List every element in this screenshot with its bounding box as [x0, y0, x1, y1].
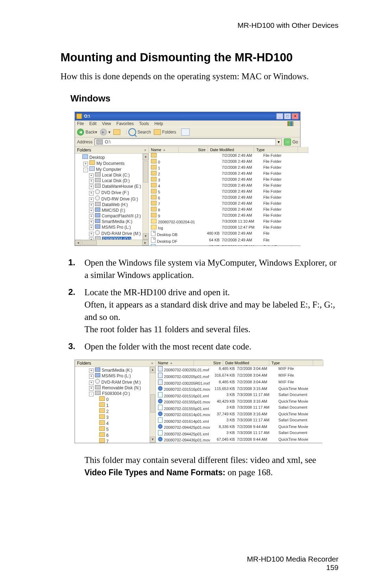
- tree-item[interactable]: 2: [76, 408, 148, 414]
- col-date[interactable]: Date Modified: [223, 360, 269, 366]
- menu-view[interactable]: View: [102, 121, 111, 126]
- file-row[interactable]: 37/2/2008 2:49 AMFile Folder: [149, 177, 308, 183]
- file-row[interactable]: 17/2/2008 2:49 AMFile Folder: [149, 165, 308, 171]
- tree-item[interactable]: 3: [76, 414, 148, 420]
- col-type[interactable]: Type: [269, 360, 313, 366]
- tree-item[interactable]: +MMC/SD (I:): [76, 208, 141, 213]
- menu-help[interactable]: Help: [154, 121, 163, 126]
- tree-item[interactable]: 4: [76, 420, 148, 426]
- views-button[interactable]: [181, 129, 190, 136]
- tree-scrollbar[interactable]: ▲ ▼: [142, 154, 148, 240]
- tree-item[interactable]: +MS/MS Pro (L:): [76, 373, 148, 379]
- menu-tools[interactable]: Tools: [139, 121, 149, 126]
- menu-bar[interactable]: File Edit View Favorites Tools Help: [75, 120, 300, 127]
- address-dropdown-button[interactable]: ▾: [276, 138, 282, 146]
- scroll-left-icon[interactable]: ◄: [75, 240, 81, 246]
- tree-item[interactable]: +SmartMedia (K:): [76, 219, 141, 224]
- file-row[interactable]: FCP Example.xml15 KB7/3/2008 11:17 AMSaf…: [149, 244, 308, 246]
- scroll-up-icon[interactable]: ▲: [143, 154, 148, 160]
- close-button[interactable]: ×: [292, 113, 299, 119]
- file-row[interactable]: 20080702-094425p01.mov8,336 KB7/2/2008 9…: [156, 424, 324, 430]
- tree-item[interactable]: -My Computer: [76, 166, 141, 172]
- file-list[interactable]: 7/2/2008 2:49 AM File Folder 07/2/2008 2…: [149, 153, 308, 246]
- tree-item[interactable]: 1: [76, 402, 148, 408]
- scroll-right-icon[interactable]: ►: [142, 240, 148, 246]
- tree-item[interactable]: +Local Disk (D:): [76, 178, 141, 184]
- folders-pane-close[interactable]: ×: [151, 361, 153, 365]
- tree-item[interactable]: +Removable Disk (N:): [76, 385, 148, 391]
- minimize-button[interactable]: _: [276, 113, 283, 119]
- column-headers[interactable]: Name▲ Size Date Modified Type: [149, 147, 308, 153]
- tree-item[interactable]: +DVD-RAM Drive (M:): [76, 230, 141, 236]
- col-date[interactable]: Date Modified: [208, 147, 254, 153]
- scroll-down-icon[interactable]: ▼: [143, 233, 148, 240]
- file-row[interactable]: 77/2/2008 2:49 AMFile Folder: [149, 201, 308, 207]
- file-row[interactable]: 07/2/2008 2:49 AMFile Folder: [149, 159, 308, 165]
- col-size[interactable]: Size: [179, 147, 208, 153]
- tree-item[interactable]: Desktop: [76, 154, 141, 160]
- forward-button[interactable]: ► ▾: [100, 129, 110, 136]
- menu-file[interactable]: File: [77, 121, 84, 126]
- go-button[interactable]: →Go: [284, 138, 298, 146]
- file-row[interactable]: 20080702-094436p01.mov67,045 KB7/2/2008 …: [156, 437, 324, 443]
- file-row[interactable]: Desktop DB480 KB7/2/2008 2:49 AMFile: [149, 231, 308, 237]
- file-row[interactable]: 20080702-030205p01.mxf316,674 KB7/2/2008…: [156, 373, 324, 379]
- tree-item[interactable]: +DataWareHouse (E:): [76, 184, 141, 189]
- file-row[interactable]: 20080702-030205R01.mxf8,485 KB7/2/2008 3…: [156, 379, 324, 386]
- folder-tree[interactable]: +SmartMedia (K:)+MS/MS Pro (L:)+DVD-RAM …: [75, 367, 150, 443]
- file-row[interactable]: 27/2/2008 2:49 AMFile Folder: [149, 171, 308, 177]
- file-row[interactable]: 57/2/2008 2:49 AMFile Folder: [149, 189, 308, 195]
- file-row[interactable]: 20080702-094425p01.xml3 KB7/3/2008 11:17…: [156, 430, 324, 437]
- file-list[interactable]: 20080702-030205L01.mxf8,485 KB7/2/2008 3…: [156, 366, 324, 443]
- folders-pane-close[interactable]: ×: [144, 148, 146, 152]
- file-row[interactable]: 20080702-031555p01.xml3 KB7/3/2008 11:17…: [156, 405, 324, 411]
- maximize-button[interactable]: □: [284, 113, 291, 119]
- folders-button[interactable]: Folders: [154, 129, 176, 135]
- tree-item[interactable]: +Local Disk (C:): [76, 172, 141, 178]
- scroll-down-icon[interactable]: ▼: [150, 437, 156, 443]
- tree-item[interactable]: +My Documents: [76, 160, 141, 166]
- tree-item[interactable]: +MS/MS Pro (L:): [76, 224, 141, 230]
- scroll-up-icon[interactable]: ▲: [150, 367, 156, 373]
- col-name[interactable]: Name▲: [156, 360, 194, 366]
- address-input[interactable]: O:\: [95, 138, 276, 146]
- tree-item[interactable]: 7: [76, 438, 148, 443]
- file-row[interactable]: Desktop DF64 KB7/2/2008 2:49 AMFile: [149, 237, 308, 244]
- file-row[interactable]: 87/2/2008 2:49 AMFile Folder: [149, 207, 308, 213]
- file-row[interactable]: 20080702-031614p01.xml3 KB7/3/2008 11:17…: [156, 417, 324, 424]
- file-row[interactable]: 47/2/2008 2:49 AMFile Folder: [149, 183, 308, 189]
- file-row[interactable]: log7/2/2008 12:47 PMFile Folder: [149, 225, 308, 231]
- file-row[interactable]: 20080702-030205L01.mxf8,485 KB7/2/2008 3…: [156, 366, 324, 373]
- tree-item[interactable]: +DVD-RAM Drive (M:): [76, 379, 148, 385]
- tree-item[interactable]: -FS083004 (O:): [76, 391, 148, 396]
- file-row[interactable]: 20080702-031516p01.mov115,653 KB7/2/2008…: [156, 386, 324, 392]
- tree-item[interactable]: 0: [76, 396, 148, 402]
- file-row[interactable]: 67/2/2008 2:49 AMFile Folder: [149, 195, 308, 201]
- menu-favorites[interactable]: Favorites: [116, 121, 134, 126]
- file-row[interactable]: 20080702-031555p01.mov40,429 KB7/2/2008 …: [156, 399, 324, 405]
- tree-scrollbar-h[interactable]: ◄ ►: [75, 240, 148, 246]
- tree-item[interactable]: +FS083004 (O:): [76, 236, 141, 240]
- col-name[interactable]: Name▲: [149, 147, 179, 153]
- search-button[interactable]: Search: [128, 128, 151, 136]
- tree-item[interactable]: +CompactFlashI/II (J:): [76, 213, 141, 219]
- window-titlebar[interactable]: O:\ _ □ ×: [75, 112, 300, 120]
- file-row[interactable]: 7/2/2008 2:49 AM File Folder: [149, 153, 308, 159]
- tree-item[interactable]: +DVD-RW Drive (G:): [76, 196, 141, 202]
- tree-item[interactable]: +DataWeb (H:): [76, 202, 141, 208]
- file-row[interactable]: 20080702-030204-017/3/2008 11:10 AMFile …: [149, 219, 308, 225]
- tree-item[interactable]: +DVD Drive (F:): [76, 189, 141, 196]
- tree-scrollbar[interactable]: ▲ ▼: [150, 367, 156, 443]
- column-headers[interactable]: Name▲ Size Date Modified Type: [156, 360, 324, 366]
- col-size[interactable]: Size: [194, 360, 223, 366]
- back-button[interactable]: ◄Back ▾: [77, 129, 97, 136]
- file-row[interactable]: 97/2/2008 2:49 AMFile Folder: [149, 213, 308, 219]
- file-row[interactable]: 20080702-031516p01.xml3 KB7/3/2008 11:17…: [156, 392, 324, 399]
- file-row[interactable]: 20080702-031614p01.mov37,749 KB7/2/2008 …: [156, 411, 324, 417]
- tree-item[interactable]: +SmartMedia (K:): [76, 367, 148, 373]
- folder-tree[interactable]: Desktop+My Documents-My Computer+Local D…: [75, 154, 142, 240]
- tree-item[interactable]: 5: [76, 426, 148, 432]
- tree-item[interactable]: 6: [76, 432, 148, 438]
- up-button[interactable]: [113, 129, 122, 135]
- menu-edit[interactable]: Edit: [89, 121, 97, 126]
